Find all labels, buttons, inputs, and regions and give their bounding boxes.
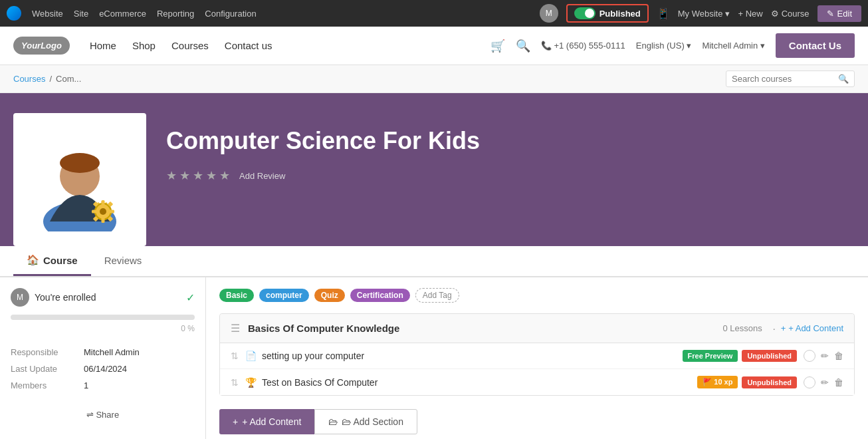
star-5: ★: [219, 168, 230, 183]
cart-icon[interactable]: 🛒: [490, 39, 505, 53]
course-search[interactable]: 🔍: [726, 71, 855, 87]
lesson-delete-btn-0[interactable]: 🗑: [834, 351, 843, 361]
star-2: ★: [179, 168, 190, 183]
separator: ·: [773, 323, 776, 334]
admin-user-menu[interactable]: Mitchell Admin ▾: [702, 41, 764, 51]
menu-site[interactable]: Site: [74, 9, 88, 19]
course-content: Basic computer Quiz Certification Add Ta…: [206, 277, 868, 439]
star-rating: ★ ★ ★ ★ ★ Add Review: [166, 168, 855, 183]
add-tag-btn[interactable]: Add Tag: [415, 288, 459, 303]
responsible-row: Responsible Mitchell Admin: [11, 344, 195, 361]
menu-ecommerce[interactable]: eCommerce: [99, 9, 146, 19]
odoo-logo-icon: [7, 6, 21, 21]
unpublished-badge-1: Unpublished: [742, 376, 797, 388]
main-layout: M You're enrolled ✓ 0 % Responsible Mitc…: [0, 277, 868, 439]
plus-icon: +: [781, 323, 786, 333]
members-value[interactable]: 1: [84, 377, 195, 394]
lesson-edit-btn-0[interactable]: ✏: [821, 351, 829, 361]
tabs-bar: 🏠 Course Reviews: [0, 246, 868, 277]
site-logo[interactable]: YourLogo: [13, 37, 70, 55]
lesson-edit-btn-1[interactable]: ✏: [821, 377, 829, 388]
menu-website[interactable]: Website: [32, 9, 63, 19]
course-btn[interactable]: ⚙ Course: [771, 9, 810, 19]
published-label: Published: [599, 9, 641, 19]
tab-course[interactable]: 🏠 Course: [13, 246, 91, 276]
document-icon: 📄: [245, 351, 257, 361]
members-row: Members 1: [11, 377, 195, 394]
members-label: Members: [11, 377, 84, 394]
share-icon: ⇌: [86, 410, 94, 420]
progress-bar: [11, 315, 195, 320]
hero-section: Computer Science For Kids ★ ★ ★ ★ ★ Add …: [0, 93, 868, 246]
my-website-btn[interactable]: My Website ▾: [678, 9, 730, 19]
lesson-actions-0: ✏ 🗑: [804, 350, 843, 362]
admin-bar-right: M Published 📱 My Website ▾ + New ⚙ Cours…: [540, 4, 861, 23]
contact-us-btn[interactable]: Contact Us: [776, 33, 855, 58]
lesson-delete-btn-1[interactable]: 🗑: [834, 377, 843, 388]
hero-content: Computer Science For Kids ★ ★ ★ ★ ★ Add …: [166, 113, 855, 183]
language-selector[interactable]: English (US) ▾: [636, 41, 692, 51]
course-title: Computer Science For Kids: [166, 126, 855, 155]
lesson-circle-btn-0[interactable]: [804, 350, 815, 362]
lesson-drag-icon[interactable]: ⇅: [231, 351, 239, 361]
lesson-actions-1: ✏ 🗑: [804, 376, 843, 388]
breadcrumb-courses[interactable]: Courses: [13, 74, 45, 84]
lesson-drag-icon-1[interactable]: ⇅: [231, 377, 239, 388]
add-content-link-label: + Add Content: [788, 323, 843, 333]
menu-configuration[interactable]: Configuration: [205, 9, 256, 19]
search-input[interactable]: [732, 74, 838, 84]
folder-icon: 🗁: [328, 416, 338, 427]
nav-home[interactable]: Home: [90, 40, 116, 51]
published-badge[interactable]: Published: [566, 4, 649, 23]
home-icon: 🏠: [27, 254, 39, 266]
nav-courses[interactable]: Courses: [171, 40, 209, 51]
svg-point-2: [60, 153, 100, 173]
svg-rect-16: [102, 200, 105, 206]
svg-rect-18: [92, 210, 97, 213]
action-buttons: + + Add Content 🗁 🗁 Add Section: [219, 409, 855, 434]
share-btn[interactable]: ⇌ Share: [11, 404, 195, 425]
nav-shop[interactable]: Shop: [132, 40, 156, 51]
info-table: Responsible Mitchell Admin Last Update 0…: [11, 344, 195, 394]
add-content-btn[interactable]: + + Add Content: [219, 409, 314, 434]
lesson-badges-0: Free Preview Unpublished: [683, 350, 797, 362]
plus-icon: +: [233, 416, 238, 427]
last-update-value: 06/14/2024: [84, 361, 195, 377]
section-title-0: Basics Of Computer Knowledge: [248, 323, 722, 334]
lesson-circle-btn-1[interactable]: [804, 376, 815, 388]
responsible-value: Mitchell Admin: [84, 344, 195, 361]
admin-avatar: M: [540, 4, 558, 23]
lesson-title-0: setting up your computer: [262, 351, 683, 361]
admin-bar: Website Site eCommerce Reporting Configu…: [0, 0, 868, 27]
menu-reporting[interactable]: Reporting: [157, 9, 194, 19]
published-toggle[interactable]: [574, 7, 596, 19]
new-btn[interactable]: + New: [738, 9, 762, 19]
section-lessons-count: 0 Lessons: [722, 323, 762, 333]
svg-rect-17: [102, 218, 105, 223]
section-add-content-btn[interactable]: + + Add Content: [781, 323, 843, 333]
user-avatar: M: [11, 288, 29, 307]
drag-handle-icon[interactable]: ☰: [231, 322, 240, 335]
check-icon: ✓: [186, 291, 195, 304]
edit-btn[interactable]: ✎ Edit: [817, 5, 861, 22]
add-section-btn[interactable]: 🗁 🗁 Add Section: [314, 409, 417, 434]
course-avatar-img: [30, 128, 130, 231]
course-label: Course: [782, 9, 810, 19]
add-review-link[interactable]: Add Review: [239, 171, 285, 181]
site-navbar: YourLogo Home Shop Courses Contact us 🛒 …: [0, 27, 868, 65]
svg-rect-19: [109, 210, 114, 213]
tab-reviews[interactable]: Reviews: [91, 246, 156, 276]
enrolled-text: You're enrolled: [35, 292, 96, 303]
nav-contact-us[interactable]: Contact us: [225, 40, 272, 51]
search-icon: 🔍: [838, 74, 849, 84]
add-content-label: + Add Content: [242, 416, 301, 427]
section-header-0: ☰ Basics Of Computer Knowledge 0 Lessons…: [220, 314, 854, 343]
section-block-0: ☰ Basics Of Computer Knowledge 0 Lessons…: [219, 313, 855, 396]
unpublished-badge-0: Unpublished: [742, 350, 797, 362]
lesson-badges-1: 🚩 10 xp Unpublished: [697, 376, 797, 388]
sidebar-panel: M You're enrolled ✓ 0 % Responsible Mitc…: [0, 277, 206, 439]
tag-computer: computer: [259, 289, 309, 302]
lesson-row-1: ⇅ 🏆 Test on Basics Of Computer 🚩 10 xp U…: [220, 369, 854, 395]
tags-row: Basic computer Quiz Certification Add Ta…: [219, 288, 855, 303]
search-icon[interactable]: 🔍: [516, 39, 530, 53]
